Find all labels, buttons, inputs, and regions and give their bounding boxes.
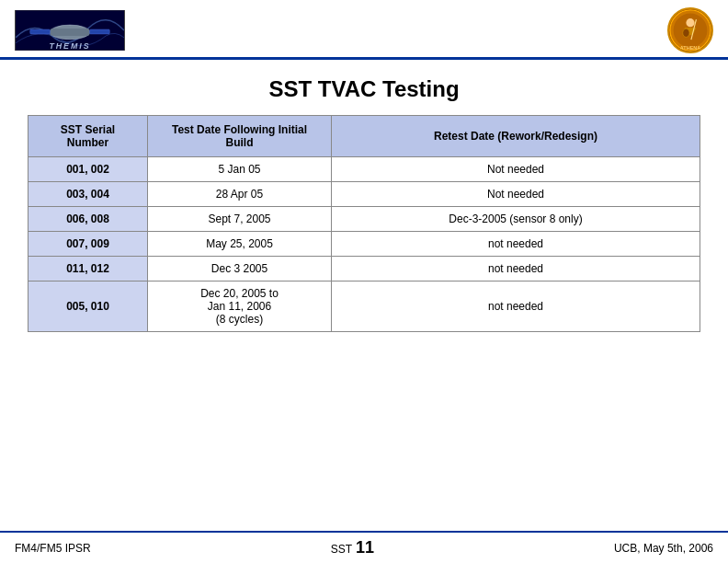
serial-cell: 006, 008 <box>28 207 148 232</box>
test-date-cell: Dec 20, 2005 toJan 11, 2006(8 cycles) <box>148 282 332 332</box>
footer: FM4/FM5 IPSR SST 11 UCB, May 5th, 2006 <box>0 531 728 563</box>
retest-cell: not needed <box>332 257 700 282</box>
retest-cell: Not needed <box>332 182 700 207</box>
athena-logo: ATHENA <box>667 7 713 53</box>
svg-rect-4 <box>90 29 110 34</box>
themis-logo: THEMIS <box>15 10 125 51</box>
table-wrapper: SST SerialNumber Test Date Following Ini… <box>0 115 728 332</box>
svg-text:ATHENA: ATHENA <box>680 45 701 51</box>
footer-page-number: 11 <box>356 538 374 557</box>
col-header-test-date: Test Date Following Initial Build <box>148 116 332 157</box>
table-header-row: SST SerialNumber Test Date Following Ini… <box>28 116 700 157</box>
table-row: 006, 008 Sept 7, 2005 Dec-3-2005 (sensor… <box>28 207 700 232</box>
retest-cell: not needed <box>332 232 700 257</box>
svg-rect-3 <box>30 29 51 34</box>
col-header-serial: SST SerialNumber <box>28 116 148 157</box>
test-date-cell: Sept 7, 2005 <box>148 207 332 232</box>
page-title: SST TVAC Testing <box>0 76 728 102</box>
svg-rect-2 <box>50 29 89 36</box>
test-date-cell: 28 Apr 05 <box>148 182 332 207</box>
col-header-retest: Retest Date (Rework/Redesign) <box>332 116 700 157</box>
retest-cell: Dec-3-2005 (sensor 8 only) <box>332 207 700 232</box>
svg-point-8 <box>686 18 694 27</box>
test-date-cell: May 25, 2005 <box>148 232 332 257</box>
page-title-area: SST TVAC Testing <box>0 60 728 115</box>
header: THEMIS ATHENA <box>0 0 728 60</box>
table-row: 005, 010 Dec 20, 2005 toJan 11, 2006(8 c… <box>28 282 700 332</box>
retest-cell: not needed <box>332 282 700 332</box>
svg-point-10 <box>683 29 689 37</box>
test-date-cell: 5 Jan 05 <box>148 157 332 182</box>
serial-cell: 005, 010 <box>28 282 148 332</box>
serial-cell: 003, 004 <box>28 182 148 207</box>
footer-page-label: SST <box>331 543 352 556</box>
sst-tvac-table: SST SerialNumber Test Date Following Ini… <box>28 115 700 332</box>
table-row: 001, 002 5 Jan 05 Not needed <box>28 157 700 182</box>
test-date-cell: Dec 3 2005 <box>148 257 332 282</box>
table-row: 011, 012 Dec 3 2005 not needed <box>28 257 700 282</box>
footer-center: SST 11 <box>331 538 374 557</box>
svg-text:THEMIS: THEMIS <box>49 41 90 51</box>
table-row: 007, 009 May 25, 2005 not needed <box>28 232 700 257</box>
table-row: 003, 004 28 Apr 05 Not needed <box>28 182 700 207</box>
footer-left: FM4/FM5 IPSR <box>15 542 91 555</box>
footer-right: UCB, May 5th, 2006 <box>614 542 713 555</box>
retest-cell: Not needed <box>332 157 700 182</box>
serial-cell: 007, 009 <box>28 232 148 257</box>
serial-cell: 001, 002 <box>28 157 148 182</box>
serial-cell: 011, 012 <box>28 257 148 282</box>
